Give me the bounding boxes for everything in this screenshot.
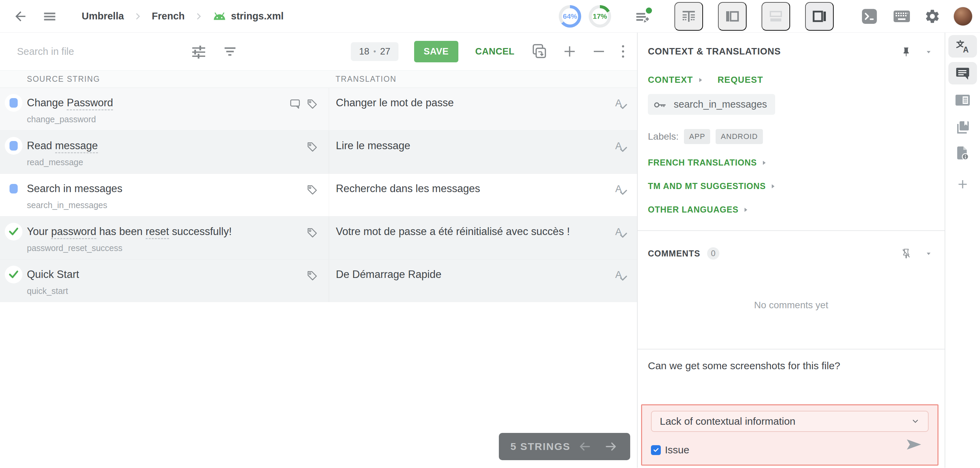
approve-translation-icon[interactable]: A	[612, 139, 628, 173]
status-icon	[5, 137, 22, 155]
section-tm-mt-suggestions[interactable]: TM AND MT SUGGESTIONS	[648, 181, 945, 191]
approve-translation-icon[interactable]: A	[612, 268, 628, 302]
sidebar-item-context-card[interactable]	[948, 93, 977, 108]
status-translated-icon	[10, 184, 18, 193]
status-icon	[5, 94, 22, 112]
back-button[interactable]	[13, 9, 28, 24]
add-string-button[interactable]	[562, 43, 578, 60]
breadcrumb-language[interactable]: French	[152, 11, 185, 22]
advanced-filter-button[interactable]	[191, 43, 207, 60]
next-page-button[interactable]	[604, 439, 619, 454]
send-comment-button[interactable]	[905, 435, 923, 454]
status-translated-icon	[10, 141, 18, 150]
keyboard-shortcuts-button[interactable]	[893, 9, 911, 24]
sidebar-item-glossary[interactable]	[948, 120, 977, 135]
approve-translation-icon[interactable]: A	[612, 96, 628, 131]
copy-icon	[531, 43, 548, 60]
gear-icon	[924, 8, 940, 24]
tag-icon[interactable]	[306, 98, 318, 131]
editor-pane: 18•27 SAVE CANCEL SOURCE STRING TRANSLAT…	[0, 33, 638, 468]
table-row[interactable]: Your password has been reset successfull…	[0, 216, 637, 259]
kebab-menu-icon	[620, 43, 625, 59]
pin-panel-button[interactable]	[901, 47, 911, 57]
sidebar-item-add-panel[interactable]	[948, 179, 977, 190]
right-panel-view-icon	[811, 8, 827, 24]
more-options-button[interactable]	[620, 43, 625, 59]
key-icon	[653, 99, 668, 110]
tag-icon[interactable]	[306, 141, 318, 173]
source-string-text: Quick Start	[27, 268, 289, 281]
string-key: change_password	[27, 115, 289, 124]
status-translated-icon	[10, 98, 18, 108]
back-arrow-icon	[13, 9, 28, 24]
cancel-button[interactable]: CANCEL	[476, 46, 515, 57]
hamburger-icon	[42, 9, 57, 24]
triangle-right-icon	[762, 160, 767, 166]
filter-icon	[222, 43, 238, 60]
tab-context[interactable]: CONTEXT	[648, 75, 703, 85]
table-row[interactable]: Change Password change_password Changer …	[0, 88, 637, 131]
translation-text: Lire le message	[336, 139, 612, 173]
table-row[interactable]: Search in messages search_in_messages Re…	[0, 173, 637, 216]
tab-request[interactable]: REQUEST	[718, 75, 763, 85]
save-button[interactable]: SAVE	[414, 41, 458, 62]
triangle-right-icon	[698, 77, 703, 83]
filter-button[interactable]	[222, 43, 238, 60]
counter-current: 18	[359, 46, 369, 57]
comments-empty-state: No comments yet	[638, 300, 945, 311]
string-key-pill[interactable]: search_in_messages	[648, 94, 775, 115]
tag-icon[interactable]	[306, 270, 318, 302]
breadcrumb-file[interactable]: strings.xml	[231, 11, 284, 22]
translation-progress-ring[interactable]: 64%	[559, 5, 581, 27]
sidebar-item-comments[interactable]	[948, 62, 977, 85]
issue-type-select[interactable]: Lack of contextual information	[651, 411, 929, 432]
translation-text: Votre mot de passe a été réinitialisé av…	[336, 225, 612, 259]
approve-translation-icon[interactable]: A	[612, 225, 628, 259]
panel-title: CONTEXT & TRANSLATIONS	[648, 46, 901, 57]
approval-progress-ring[interactable]: 17%	[589, 5, 611, 27]
triangle-right-icon	[770, 183, 776, 190]
breadcrumb-project[interactable]: Umbrella	[82, 11, 124, 22]
search-input[interactable]	[17, 46, 167, 57]
strings-list: Change Password change_password Changer …	[0, 88, 637, 302]
view-mode-left-panel-button[interactable]	[718, 2, 746, 31]
comment-bubble-icon[interactable]	[289, 98, 301, 131]
approval-progress-value: 17%	[593, 12, 607, 21]
string-key: quick_start	[27, 286, 289, 296]
issue-checkbox[interactable]	[651, 445, 661, 455]
approve-translation-icon[interactable]: A	[612, 182, 628, 216]
view-mode-right-panel-button[interactable]	[805, 2, 834, 31]
user-avatar[interactable]	[953, 7, 972, 26]
sidebar-item-translations[interactable]: A	[948, 35, 977, 58]
triangle-right-icon	[743, 206, 749, 213]
section-other-languages[interactable]: OTHER LANGUAGES	[648, 205, 945, 215]
counter-separator: •	[373, 47, 376, 56]
menu-button[interactable]	[42, 9, 57, 24]
strings-pagination: 5 STRINGS	[499, 433, 630, 460]
collapse-comments-button[interactable]	[925, 250, 932, 257]
view-mode-bottom-panel-button[interactable]	[762, 2, 790, 31]
copy-source-button[interactable]	[531, 43, 548, 60]
remove-string-button[interactable]	[591, 43, 607, 60]
chevron-right-icon	[194, 12, 203, 21]
activity-button[interactable]	[633, 7, 653, 26]
tag-icon[interactable]	[306, 227, 318, 259]
settings-button[interactable]	[924, 8, 940, 24]
status-icon	[5, 223, 22, 240]
section-french-translations[interactable]: FRENCH TRANSLATIONS	[648, 158, 945, 168]
sliders-icon	[191, 43, 207, 60]
collapse-panel-button[interactable]	[925, 48, 932, 56]
table-row[interactable]: Quick Start quick_start De Démarrage Rap…	[0, 259, 637, 302]
tag-icon[interactable]	[306, 184, 318, 216]
sidebar-item-file-info[interactable]	[948, 146, 977, 161]
tab-request-label: REQUEST	[718, 75, 763, 85]
chevron-down-icon	[925, 48, 932, 56]
source-string-header: SOURCE STRING	[0, 75, 329, 84]
table-row[interactable]: Read message read_message Lire le messag…	[0, 131, 637, 173]
previous-page-button[interactable]	[577, 439, 592, 454]
unpin-comments-button[interactable]	[901, 248, 911, 259]
console-button[interactable]	[861, 8, 878, 25]
comment-input[interactable]: Can we get some screenshots for this fil…	[638, 350, 945, 390]
section-label: FRENCH TRANSLATIONS	[648, 158, 757, 168]
view-mode-side-by-side-button[interactable]	[675, 2, 703, 31]
